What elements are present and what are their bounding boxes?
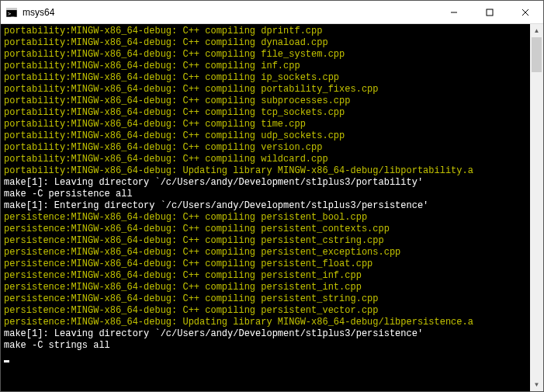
window: >_ msys64 portability:MINGW-x86_64-debug…	[0, 0, 544, 392]
scroll-thumb[interactable]	[532, 37, 542, 72]
terminal-line: persistence:MINGW-x86_64-debug: C++ comp…	[4, 258, 527, 270]
terminal-line: persistence:MINGW-x86_64-debug: C++ comp…	[4, 270, 527, 282]
terminal-line: make -C strings all	[4, 340, 527, 352]
svg-rect-1	[6, 8, 17, 10]
cursor-icon	[4, 360, 9, 363]
terminal-line: portability:MINGW-x86_64-debug: C++ comp…	[4, 61, 527, 72]
terminal-line: make[1]: Leaving directory `/c/Users/and…	[4, 177, 527, 189]
terminal-line: portability:MINGW-x86_64-debug: C++ comp…	[4, 154, 527, 165]
terminal-line: persistence:MINGW-x86_64-debug: C++ comp…	[4, 212, 527, 224]
terminal-line: make[1]: Entering directory `/c/Users/an…	[4, 200, 527, 212]
terminal-line: portability:MINGW-x86_64-debug: C++ comp…	[4, 37, 527, 49]
terminal-line: portability:MINGW-x86_64-debug: C++ comp…	[4, 142, 527, 154]
terminal-line: portability:MINGW-x86_64-debug: Updating…	[4, 165, 527, 177]
vertical-scrollbar[interactable]: ▲ ▼	[530, 24, 543, 391]
terminal-line: portability:MINGW-x86_64-debug: C++ comp…	[4, 107, 527, 119]
terminal-line: make -C persistence all	[4, 189, 527, 200]
terminal-line: portability:MINGW-x86_64-debug: C++ comp…	[4, 49, 527, 61]
terminal-cursor-line	[4, 352, 527, 363]
maximize-button[interactable]	[472, 1, 508, 23]
window-title: msys64	[23, 7, 436, 18]
scroll-up-arrow-icon[interactable]: ▲	[530, 24, 543, 37]
terminal-line: make[1]: Leaving directory `/c/Users/and…	[4, 328, 527, 340]
terminal-line: persistence:MINGW-x86_64-debug: C++ comp…	[4, 235, 527, 247]
close-button[interactable]	[508, 1, 543, 23]
terminal-line: persistence:MINGW-x86_64-debug: C++ comp…	[4, 247, 527, 258]
minimize-button[interactable]	[436, 1, 472, 23]
terminal-line: persistence:MINGW-x86_64-debug: C++ comp…	[4, 293, 527, 305]
terminal-line: portability:MINGW-x86_64-debug: C++ comp…	[4, 119, 527, 130]
terminal-line: portability:MINGW-x86_64-debug: C++ comp…	[4, 26, 527, 37]
svg-rect-4	[487, 9, 493, 16]
window-controls	[436, 1, 543, 23]
svg-text:>_: >_	[8, 11, 15, 17]
terminal-output: portability:MINGW-x86_64-debug: C++ comp…	[1, 24, 530, 391]
terminal-line: persistence:MINGW-x86_64-debug: C++ comp…	[4, 282, 527, 293]
scroll-down-arrow-icon[interactable]: ▼	[530, 378, 543, 391]
terminal-line: portability:MINGW-x86_64-debug: C++ comp…	[4, 130, 527, 142]
terminal-line: persistence:MINGW-x86_64-debug: C++ comp…	[4, 305, 527, 317]
titlebar[interactable]: >_ msys64	[1, 1, 543, 24]
terminal[interactable]: portability:MINGW-x86_64-debug: C++ comp…	[1, 24, 543, 391]
terminal-line: persistence:MINGW-x86_64-debug: C++ comp…	[4, 224, 527, 235]
terminal-line: portability:MINGW-x86_64-debug: C++ comp…	[4, 95, 527, 107]
terminal-line: persistence:MINGW-x86_64-debug: Updating…	[4, 317, 527, 328]
terminal-line: portability:MINGW-x86_64-debug: C++ comp…	[4, 84, 527, 95]
app-icon: >_	[5, 6, 18, 19]
terminal-line: portability:MINGW-x86_64-debug: C++ comp…	[4, 72, 527, 84]
